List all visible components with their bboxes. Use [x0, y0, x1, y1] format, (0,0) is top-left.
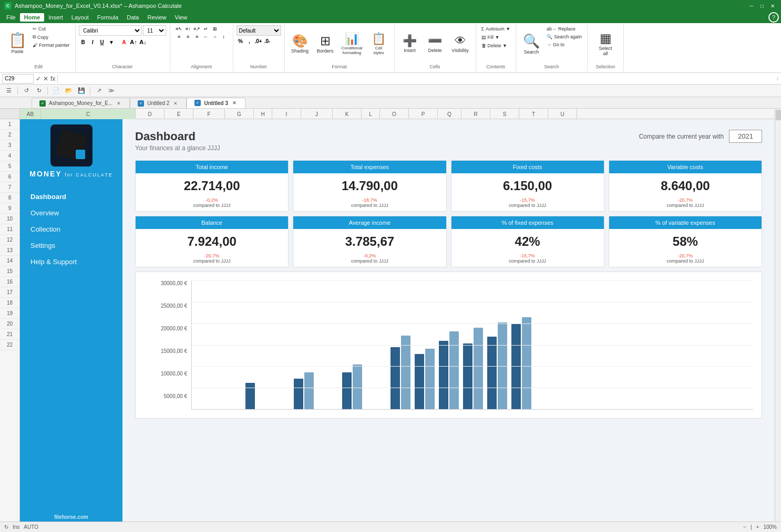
help-btn[interactable]: ?	[768, 12, 779, 23]
sheet-tab-1[interactable]: ✓ Ashampoo_Money_for_E... ✕	[32, 98, 130, 108]
number-format-select[interactable]: Default	[237, 25, 281, 36]
sheet-tab-2-close[interactable]: ✕	[172, 100, 179, 107]
borders-button[interactable]: ⊞ Borders	[313, 25, 337, 62]
col-header-E[interactable]: E	[165, 109, 193, 119]
maximize-btn[interactable]: □	[758, 2, 766, 9]
replace-button[interactable]: ab→ Replace	[544, 25, 584, 33]
underline-button[interactable]: U	[98, 38, 106, 46]
paste-button[interactable]: 📋 Paste	[5, 25, 29, 62]
menu-view[interactable]: View	[171, 13, 192, 22]
vertical-scrollbar[interactable]	[775, 109, 781, 524]
conditional-formatting-button[interactable]: 📊 Conditionalformatting	[338, 25, 366, 62]
font-family-select[interactable]: Calibri	[79, 25, 142, 36]
col-header-Q[interactable]: Q	[438, 109, 461, 119]
year-box[interactable]: 2021	[729, 130, 762, 143]
italic-button[interactable]: I	[88, 38, 97, 46]
col-header-R[interactable]: R	[461, 109, 490, 119]
menu-layout[interactable]: Layout	[67, 13, 93, 22]
merge-btn[interactable]: ⊞	[211, 25, 219, 33]
col-header-S[interactable]: S	[490, 109, 519, 119]
sidebar-nav-settings[interactable]: Settings	[20, 237, 122, 254]
extra-btn[interactable]: ≫	[106, 86, 117, 96]
decrease-font-btn[interactable]: A↓	[139, 38, 147, 46]
cell-reference-input[interactable]	[2, 74, 34, 84]
align-top-center-btn[interactable]: ≡↑	[184, 25, 192, 33]
close-btn[interactable]: ✕	[768, 2, 777, 9]
indent-inc-btn[interactable]: →	[211, 33, 219, 40]
insert-button[interactable]: ➕ Insert	[398, 25, 422, 62]
menu-file[interactable]: File	[2, 13, 20, 22]
font-size-select[interactable]: 11	[143, 25, 166, 36]
col-header-H[interactable]: H	[254, 109, 272, 119]
copy-button[interactable]: ⧉ Copy	[30, 33, 72, 41]
sidebar-nav-overview[interactable]: Overview	[20, 205, 122, 221]
menu-toggle-btn[interactable]: ☰	[3, 86, 15, 96]
visibility-button[interactable]: 👁 Visibility	[448, 25, 472, 62]
sidebar-nav-help[interactable]: Help & Support	[20, 254, 122, 270]
align-right-btn[interactable]: ≡	[193, 33, 201, 40]
col-header-L[interactable]: L	[362, 109, 380, 119]
sheet-tab-3-close[interactable]: ✕	[231, 100, 238, 106]
menu-review[interactable]: Review	[143, 13, 170, 22]
formula-input[interactable]	[60, 75, 774, 82]
delete-content-button[interactable]: 🗑 Delete ▼	[479, 42, 509, 49]
dec-dec-btn[interactable]: .0-	[263, 37, 272, 45]
formula-cross-btn[interactable]: ✕	[43, 75, 48, 82]
percent-btn[interactable]: %	[237, 37, 245, 45]
col-header-F[interactable]: F	[193, 109, 225, 119]
formula-tick-btn[interactable]: ✓	[36, 75, 41, 82]
redo-btn[interactable]: ↻	[33, 86, 45, 96]
col-header-C[interactable]: C	[41, 109, 136, 119]
sheet-tab-3[interactable]: ✓ Untitled 3 ✕	[187, 98, 245, 108]
col-header-O[interactable]: O	[380, 109, 409, 119]
sheet-tab-2[interactable]: ✓ Untitled 2 ✕	[130, 98, 187, 108]
col-header-J[interactable]: J	[301, 109, 333, 119]
wrap-btn[interactable]: ↵	[202, 25, 210, 33]
col-header-I[interactable]: I	[272, 109, 301, 119]
bold-button[interactable]: B	[79, 38, 87, 46]
format-painter-button[interactable]: 🖌 Format painter	[30, 41, 72, 49]
col-header-P[interactable]: P	[409, 109, 438, 119]
align-left-btn[interactable]: ≡	[175, 33, 183, 40]
arrow-tool-btn[interactable]: ↗	[93, 86, 105, 96]
scrollbar-thumb[interactable]	[776, 110, 781, 120]
goto-button[interactable]: → Go to	[544, 41, 584, 48]
undo-btn[interactable]: ↺	[20, 86, 32, 96]
col-header-G[interactable]: G	[225, 109, 254, 119]
sheet-tab-1-close[interactable]: ✕	[116, 100, 122, 107]
sidebar-nav-collection[interactable]: Collection	[20, 221, 122, 237]
cut-button[interactable]: ✂ Cut	[30, 25, 72, 33]
col-header-T[interactable]: T	[519, 109, 548, 119]
col-header-D[interactable]: D	[136, 109, 165, 119]
menu-formula[interactable]: Formula	[93, 13, 122, 22]
dec-inc-btn[interactable]: .0+	[254, 37, 263, 45]
save-btn[interactable]: 💾	[76, 86, 87, 96]
search-button[interactable]: 🔍 Search	[519, 25, 543, 62]
select-all-button[interactable]: ▦ Selectall	[591, 25, 620, 62]
autosum-button[interactable]: Σ Autosum ▼	[479, 25, 513, 33]
indent-dec-btn[interactable]: ←	[202, 33, 210, 40]
comma-btn[interactable]: ,	[245, 37, 254, 45]
cell-styles-button[interactable]: 📋 Cellstyles	[367, 25, 391, 62]
status-refresh-btn[interactable]: ↻	[4, 524, 8, 530]
col-header-U[interactable]: U	[548, 109, 577, 119]
align-top-left-btn[interactable]: ≡↖	[175, 25, 183, 33]
fill-button[interactable]: ▤ Fill ▼	[479, 34, 502, 41]
status-zoom-out-btn[interactable]: −	[743, 524, 746, 530]
text-dir-btn[interactable]: ↕	[220, 33, 228, 40]
menu-insert[interactable]: Insert	[44, 13, 67, 22]
col-header-K[interactable]: K	[333, 109, 362, 119]
formula-equals-btn[interactable]: fx	[50, 75, 55, 82]
delete-button[interactable]: ➖ Delete	[423, 25, 447, 62]
new-btn[interactable]: 📄	[50, 86, 62, 96]
menu-data[interactable]: Data	[122, 13, 143, 22]
minimize-btn[interactable]: ─	[747, 2, 756, 9]
search-again-button[interactable]: 🔍 Search again	[544, 33, 584, 40]
sidebar-nav-dashboard[interactable]: Dashboard	[20, 189, 122, 205]
align-top-right-btn[interactable]: ≡↗	[193, 25, 201, 33]
open-btn[interactable]: 📂	[63, 86, 75, 96]
font-color-btn[interactable]: A	[120, 38, 128, 46]
col-header-AB[interactable]: AB	[20, 109, 41, 119]
border-btn[interactable]: ▼	[107, 38, 116, 46]
shading-button[interactable]: 🎨 Shading	[288, 25, 312, 62]
